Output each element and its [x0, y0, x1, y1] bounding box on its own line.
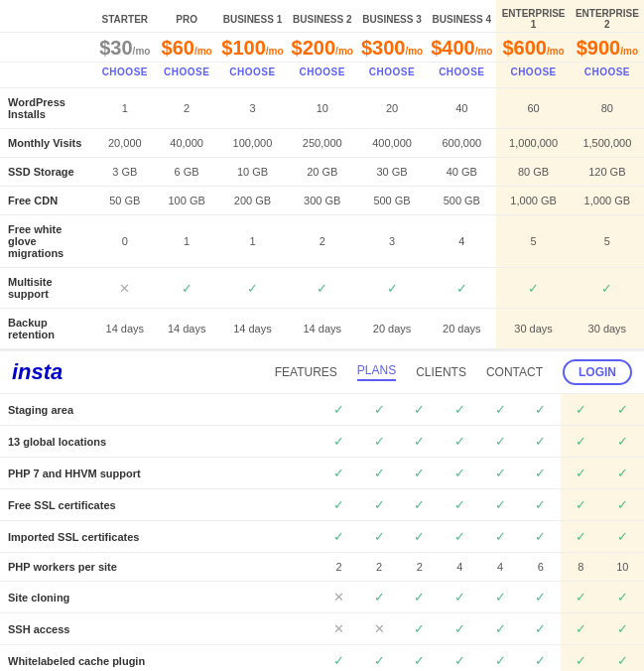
row-label: PHP 7 and HHVM support — [0, 458, 319, 489]
cell-bottom-7-2: ✓ — [399, 613, 440, 645]
choose-button-enterprise1[interactable]: CHOOSE — [506, 65, 560, 79]
table-row: Multisite support✕✓✓✓✓✓✓✓ — [0, 268, 644, 309]
cell-value: 1,000,000 — [509, 137, 558, 149]
check-icon: ✓ — [414, 402, 425, 417]
cell-1-2: 100,000 — [217, 129, 287, 158]
check-icon: ✓ — [247, 281, 258, 296]
cell-bottom-3-3: ✓ — [440, 489, 480, 521]
cell-value: 40,000 — [170, 137, 203, 149]
choose-button-business3[interactable]: CHOOSE — [365, 65, 419, 79]
price-main-business2: $200 — [292, 37, 336, 59]
nav-item-features[interactable]: FEATURES — [275, 365, 337, 379]
choose-button-starter[interactable]: CHOOSE — [98, 65, 152, 79]
cell-bottom-6-7: ✓ — [601, 582, 644, 613]
cell-bottom-5-4: 4 — [480, 553, 521, 582]
price-starter: $30/mo — [94, 33, 156, 63]
cell-value: 120 GB — [588, 166, 625, 178]
price-period-starter: /mo — [133, 46, 151, 57]
choose-button-business1[interactable]: CHOOSE — [225, 65, 279, 79]
cell-bottom-0-0: ✓ — [319, 394, 359, 426]
price-enterprise1: $600/mo — [496, 33, 570, 63]
check-icon: ✓ — [454, 529, 465, 544]
check-icon: ✓ — [333, 402, 344, 417]
cell-5-7: ✓ — [571, 268, 644, 309]
cell-0-2: 3 — [217, 88, 287, 129]
price-main-enterprise1: $600 — [502, 37, 547, 59]
row-label: Staging area — [0, 394, 319, 426]
check-icon: ✓ — [576, 434, 586, 449]
cell-bottom-1-5: ✓ — [520, 426, 561, 458]
choose-button-enterprise2[interactable]: CHOOSE — [580, 65, 634, 79]
cell-value: 2 — [335, 561, 341, 573]
cell-3-5: 500 GB — [427, 187, 496, 215]
cell-value: 30 days — [588, 323, 627, 335]
cell-bottom-8-4: ✓ — [480, 645, 521, 672]
cell-bottom-2-4: ✓ — [480, 458, 521, 489]
cell-6-5: 20 days — [427, 309, 496, 349]
plan-name-business2: BUSINESS 2 — [288, 0, 357, 33]
cell-bottom-7-0: ✕ — [319, 613, 359, 645]
nav-item-contact[interactable]: CONTACT — [486, 365, 543, 379]
cell-value: 10 — [317, 102, 328, 114]
choose-button-business2[interactable]: CHOOSE — [296, 65, 349, 79]
check-icon: ✓ — [535, 590, 546, 604]
check-icon: ✓ — [576, 590, 586, 604]
nav-item-plans[interactable]: PLANS — [357, 363, 396, 381]
check-icon: ✓ — [454, 466, 465, 480]
check-icon: ✓ — [374, 402, 385, 417]
check-icon: ✓ — [535, 653, 546, 668]
cell-1-3: 250,000 — [288, 129, 357, 158]
check-icon: ✓ — [374, 497, 385, 512]
row-label: Free white glove migrations — [0, 215, 94, 268]
check-icon: ✓ — [535, 466, 546, 480]
cell-6-3: 14 days — [288, 309, 357, 349]
cell-1-1: 40,000 — [156, 129, 217, 158]
cell-6-6: 30 days — [496, 309, 570, 349]
choose-cell-starter: CHOOSE — [94, 63, 156, 88]
choose-button-pro[interactable]: CHOOSE — [160, 65, 213, 79]
check-icon: ✓ — [317, 281, 327, 296]
price-main-pro: $60 — [162, 37, 194, 59]
cell-bottom-2-1: ✓ — [359, 458, 400, 489]
cell-2-2: 10 GB — [217, 158, 287, 187]
cell-bottom-6-3: ✓ — [440, 582, 480, 613]
cell-bottom-7-5: ✓ — [520, 613, 561, 645]
choose-button-business4[interactable]: CHOOSE — [435, 65, 488, 79]
price-business3: $300/mo — [357, 33, 427, 63]
cell-value: 3 — [389, 235, 395, 247]
cell-bottom-8-0: ✓ — [319, 645, 359, 672]
cell-2-5: 40 GB — [427, 158, 496, 187]
price-main-business1: $100 — [221, 37, 266, 59]
check-icon: ✓ — [617, 434, 628, 449]
cell-bottom-3-6: ✓ — [561, 489, 601, 521]
check-icon: ✓ — [454, 434, 465, 449]
cell-value: 8 — [578, 561, 583, 573]
cell-1-4: 400,000 — [357, 129, 427, 158]
cell-bottom-5-7: 10 — [601, 553, 644, 582]
row-label: SSH access — [0, 613, 319, 645]
check-icon: ✓ — [495, 402, 506, 417]
check-icon: ✓ — [617, 653, 628, 668]
cell-2-6: 80 GB — [496, 158, 570, 187]
cell-bottom-2-3: ✓ — [440, 458, 480, 489]
cell-bottom-4-5: ✓ — [520, 521, 561, 553]
cell-0-3: 10 — [288, 88, 357, 129]
cell-5-1: ✓ — [156, 268, 217, 309]
table-row: SSD Storage3 GB6 GB10 GB20 GB30 GB40 GB8… — [0, 158, 644, 187]
cell-value: 250,000 — [303, 137, 342, 149]
cell-value: 300 GB — [304, 195, 340, 206]
cell-value: 3 — [249, 102, 255, 114]
price-period-enterprise2: /mo — [620, 46, 638, 57]
check-icon: ✓ — [576, 497, 586, 512]
login-button[interactable]: LOGIN — [563, 359, 632, 385]
cell-bottom-5-2: 2 — [399, 553, 440, 582]
cell-bottom-3-7: ✓ — [601, 489, 644, 521]
cell-bottom-7-7: ✓ — [601, 613, 644, 645]
row-label: Imported SSL certificates — [0, 521, 319, 553]
nav-item-clients[interactable]: CLIENTS — [416, 365, 466, 379]
row-label: 13 global locations — [0, 426, 319, 458]
cross-icon: ✕ — [374, 621, 385, 636]
cell-value: 30 GB — [376, 166, 407, 178]
price-main-business4: $400 — [431, 37, 475, 59]
cross-icon: ✕ — [119, 281, 130, 296]
